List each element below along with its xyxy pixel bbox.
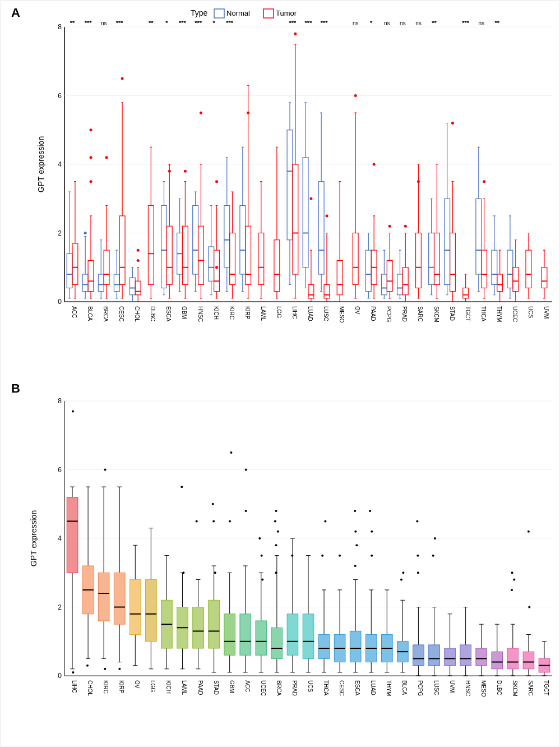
chart-container bbox=[0, 0, 560, 747]
main-canvas bbox=[0, 0, 560, 747]
